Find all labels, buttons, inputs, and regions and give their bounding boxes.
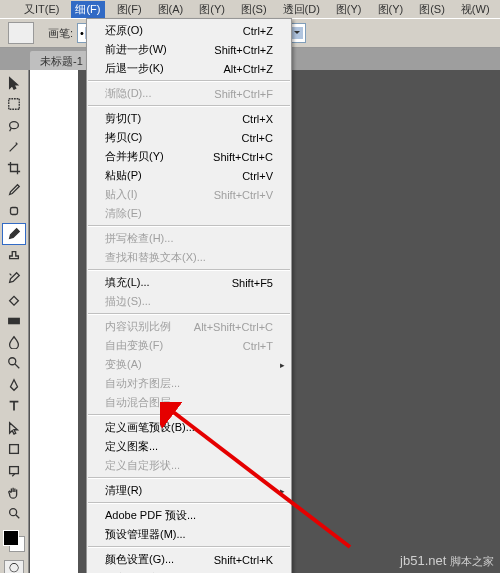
menu-item[interactable]: 图(S) — [237, 1, 271, 18]
menu-item[interactable]: 粘贴(P)Ctrl+V — [87, 166, 291, 185]
gradient-tool-icon[interactable] — [3, 311, 25, 330]
watermark: jb51.net 脚本之家 — [400, 553, 494, 569]
svg-rect-0 — [9, 99, 20, 110]
svg-point-4 — [9, 358, 16, 365]
stamp-tool-icon[interactable] — [3, 247, 25, 266]
marquee-tool-icon[interactable] — [3, 94, 25, 113]
menu-item[interactable]: 合并拷贝(Y)Shift+Ctrl+C — [87, 147, 291, 166]
menu-item[interactable]: 定义画笔预设(B)... — [87, 418, 291, 437]
tool-preset-icon[interactable] — [8, 22, 34, 44]
menu-item[interactable]: 图(A) — [154, 1, 188, 18]
menu-item[interactable]: 填充(L)...Shift+F5 — [87, 273, 291, 292]
menu-item[interactable]: 定义图案... — [87, 437, 291, 456]
crop-tool-icon[interactable] — [3, 159, 25, 178]
svg-point-7 — [10, 509, 17, 516]
hand-tool-icon[interactable] — [3, 482, 25, 501]
menu-item[interactable]: 图(F) — [113, 1, 146, 18]
dodge-tool-icon[interactable] — [3, 354, 25, 373]
menu-item[interactable]: 前进一步(W)Shift+Ctrl+Z — [87, 40, 291, 59]
menu-item[interactable]: 颜色设置(G)...Shift+Ctrl+K — [87, 550, 291, 569]
menu-item[interactable]: 指定配置文件... — [87, 569, 291, 573]
menu-item[interactable]: Adobe PDF 预设... — [87, 506, 291, 525]
zoom-tool-icon[interactable] — [3, 504, 25, 523]
edit-menu-dropdown: 还原(O)Ctrl+Z前进一步(W)Shift+Ctrl+Z后退一步(K)Alt… — [86, 18, 292, 573]
pen-tool-icon[interactable] — [3, 375, 25, 394]
menu-item: 自动对齐图层... — [87, 374, 291, 393]
svg-rect-5 — [10, 445, 19, 454]
menu-item[interactable]: 还原(O)Ctrl+Z — [87, 21, 291, 40]
brush-tool-icon[interactable] — [2, 223, 26, 244]
menu-item[interactable]: 后退一步(K)Alt+Ctrl+Z — [87, 59, 291, 78]
menu-item: 自动混合图层... — [87, 393, 291, 412]
menu-item-edit[interactable]: 细(F) — [71, 1, 104, 18]
svg-rect-2 — [11, 208, 18, 215]
menu-item[interactable]: 清理(R) — [87, 481, 291, 500]
svg-rect-6 — [10, 466, 19, 473]
menu-item[interactable]: 视(W) — [457, 1, 494, 18]
menu-bar: 又IT(E) 细(F) 图(F) 图(A) 图(Y) 图(S) 透回(D) 图(… — [0, 0, 500, 18]
chevron-down-icon[interactable] — [291, 27, 303, 39]
brush-label: 画笔: — [48, 26, 73, 41]
type-tool-icon[interactable] — [3, 397, 25, 416]
shape-tool-icon[interactable] — [3, 439, 25, 458]
blur-tool-icon[interactable] — [3, 332, 25, 351]
menu-item[interactable]: 图(Y) — [332, 1, 366, 18]
wand-tool-icon[interactable] — [3, 137, 25, 156]
menu-item[interactable]: 图(Y) — [374, 1, 408, 18]
menu-item: 渐隐(D)...Shift+Ctrl+F — [87, 84, 291, 103]
menu-item: 变换(A) — [87, 355, 291, 374]
move-tool-icon[interactable] — [3, 73, 25, 92]
eraser-tool-icon[interactable] — [3, 289, 25, 308]
path-tool-icon[interactable] — [3, 418, 25, 437]
menu-item[interactable]: 透回(D) — [279, 1, 324, 18]
menu-item[interactable]: 图(S) — [415, 1, 449, 18]
menu-item: 定义自定形状... — [87, 456, 291, 475]
document-tab[interactable]: 未标题-1 — [30, 51, 93, 72]
notes-tool-icon[interactable] — [3, 461, 25, 480]
menu-item: 查找和替换文本(X)... — [87, 248, 291, 267]
lasso-tool-icon[interactable] — [3, 116, 25, 135]
menu-item[interactable]: 拷贝(C)Ctrl+C — [87, 128, 291, 147]
menu-item: 自由变换(F)Ctrl+T — [87, 336, 291, 355]
menu-item[interactable]: 预设管理器(M)... — [87, 525, 291, 544]
menu-item: 拼写检查(H)... — [87, 229, 291, 248]
healing-tool-icon[interactable] — [3, 202, 25, 221]
menu-item: 贴入(I)Shift+Ctrl+V — [87, 185, 291, 204]
canvas[interactable] — [30, 70, 78, 573]
menu-item[interactable]: 剪切(T)Ctrl+X — [87, 109, 291, 128]
history-brush-icon[interactable] — [3, 268, 25, 287]
menu-item[interactable]: 又IT(E) — [20, 1, 63, 18]
color-swatches[interactable] — [3, 530, 25, 551]
quickmask-icon[interactable]: ◯ — [4, 560, 24, 573]
toolbox: ◯ — [0, 70, 29, 573]
menu-item: 内容识别比例Alt+Shift+Ctrl+C — [87, 317, 291, 336]
menu-item: 描边(S)... — [87, 292, 291, 311]
menu-item: 清除(E) — [87, 204, 291, 223]
menu-item[interactable]: 图(Y) — [195, 1, 229, 18]
eyedropper-tool-icon[interactable] — [3, 180, 25, 199]
svg-rect-3 — [9, 318, 20, 323]
